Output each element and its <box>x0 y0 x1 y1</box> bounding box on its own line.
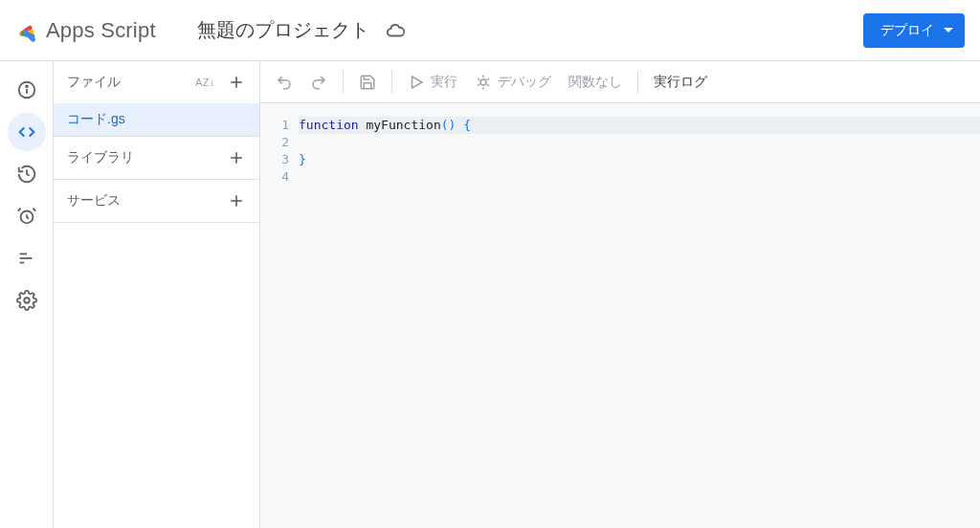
undo-icon <box>276 74 293 91</box>
save-button[interactable] <box>351 67 384 98</box>
libraries-title: ライブラリ <box>67 149 134 166</box>
svg-point-13 <box>24 297 30 303</box>
plus-icon <box>227 148 246 167</box>
add-service-button[interactable] <box>223 187 250 214</box>
play-icon <box>408 74 425 91</box>
services-header: サービス <box>54 180 259 222</box>
gear-icon <box>16 290 37 311</box>
editor-toolbar: 実行 デバッグ 関数なし 実行ログ <box>260 61 980 103</box>
svg-line-25 <box>487 84 489 86</box>
alarm-icon <box>16 206 37 227</box>
save-icon <box>359 74 376 91</box>
services-title: サービス <box>67 192 121 209</box>
left-rail <box>0 61 54 528</box>
plus-icon <box>227 73 246 92</box>
undo-button[interactable] <box>268 67 301 98</box>
code-content[interactable]: function myFunction() { } <box>299 117 980 528</box>
svg-line-27 <box>487 78 489 80</box>
file-name: コード.gs <box>67 111 125 128</box>
rail-history[interactable] <box>8 155 46 193</box>
deploy-button[interactable]: デプロイ <box>863 13 965 48</box>
svg-line-26 <box>478 84 479 86</box>
rail-editor[interactable] <box>8 113 46 151</box>
history-icon <box>16 164 37 185</box>
apps-script-logo-icon <box>15 18 40 43</box>
svg-line-9 <box>33 209 35 211</box>
svg-line-8 <box>17 209 20 211</box>
execution-log-button[interactable]: 実行ログ <box>646 67 715 98</box>
libraries-header: ライブラリ <box>54 137 259 179</box>
redo-button[interactable] <box>302 67 335 98</box>
project-title[interactable]: 無題のプロジェクト <box>197 17 369 43</box>
deploy-label: デプロイ <box>880 22 934 39</box>
execution-log-label: 実行ログ <box>654 74 707 91</box>
sort-az-button[interactable]: AZ↓ <box>195 77 215 88</box>
rail-executions[interactable] <box>8 239 46 277</box>
debug-label: デバッグ <box>498 74 551 91</box>
svg-marker-20 <box>412 77 423 88</box>
function-select[interactable]: 関数なし <box>561 67 630 98</box>
executions-icon <box>16 248 37 269</box>
svg-point-6 <box>26 85 28 87</box>
svg-point-21 <box>480 79 486 85</box>
code-icon <box>16 121 37 143</box>
add-library-button[interactable] <box>223 144 250 171</box>
files-panel: ファイル AZ↓ コード.gs ライブラリ <box>54 61 260 528</box>
function-select-label: 関数なし <box>568 74 622 91</box>
plus-icon <box>227 191 246 210</box>
run-button[interactable]: 実行 <box>400 67 465 98</box>
line-gutter: 1234 <box>260 117 299 528</box>
file-item[interactable]: コード.gs <box>54 103 259 136</box>
header: Apps Script 無題のプロジェクト デプロイ <box>0 0 980 61</box>
code-editor[interactable]: 1234 function myFunction() { } <box>260 103 980 528</box>
rail-settings[interactable] <box>8 281 46 319</box>
debug-icon <box>475 74 492 91</box>
files-title: ファイル <box>67 74 121 91</box>
rail-triggers[interactable] <box>8 197 46 235</box>
brand[interactable]: Apps Script <box>15 18 178 43</box>
debug-button[interactable]: デバッグ <box>467 67 559 98</box>
chevron-down-icon <box>944 28 953 33</box>
editor-area: 実行 デバッグ 関数なし 実行ログ 1234 function myFuncti… <box>260 61 980 528</box>
run-label: 実行 <box>431 74 457 91</box>
redo-icon <box>310 74 327 91</box>
info-icon <box>16 79 37 100</box>
add-file-button[interactable] <box>223 69 250 96</box>
cloud-status-icon[interactable] <box>385 20 406 41</box>
brand-name: Apps Script <box>46 18 156 43</box>
rail-overview[interactable] <box>8 71 46 109</box>
svg-line-24 <box>478 78 479 80</box>
files-header: ファイル AZ↓ <box>54 61 259 103</box>
